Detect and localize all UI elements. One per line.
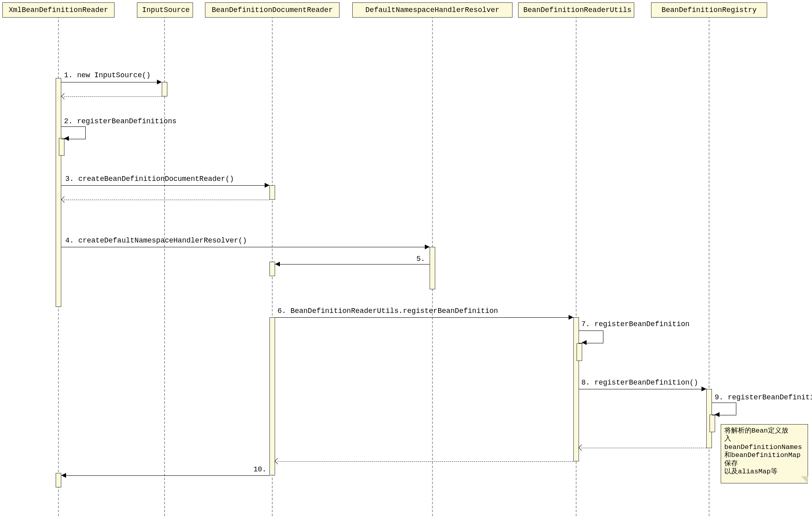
note-line: 将解析的Bean定义放 xyxy=(724,427,788,435)
activation-p5-self xyxy=(577,343,582,361)
message-3-return xyxy=(64,200,269,200)
message-4-label: 4. createDefaultNamespaceHandlerResolver… xyxy=(65,236,247,244)
participant-label: BeanDefinitionReaderUtils xyxy=(523,6,631,14)
message-8-return xyxy=(581,448,706,448)
note-box: 将解析的Bean定义放 入 beanDefinitionNames 和beanD… xyxy=(721,424,808,483)
participant-label: BeanDefinitionDocumentReader xyxy=(212,6,333,14)
message-10-arrowhead xyxy=(61,473,66,478)
message-5-label: 5. xyxy=(416,255,425,263)
message-1-label: 1. new InputSource() xyxy=(64,71,151,79)
activation-p2 xyxy=(162,82,167,96)
note-line: 保存 xyxy=(724,460,738,467)
note-line: beanDefinitionNames xyxy=(724,443,802,451)
message-5-arrow xyxy=(275,264,430,265)
message-7-label: 7. registerBeanDefinition xyxy=(581,320,689,328)
message-4-arrowhead xyxy=(425,244,430,249)
activation-p6-self xyxy=(709,415,715,432)
message-8-arrowhead xyxy=(701,387,706,391)
message-8-return-head xyxy=(579,445,585,451)
message-4-arrow xyxy=(61,247,430,247)
note-fold-icon xyxy=(801,476,808,483)
message-1-return xyxy=(64,96,162,97)
note-line: 和beanDefinitionMap xyxy=(724,451,800,459)
message-6-arrowhead xyxy=(569,315,573,320)
message-2-label: 2. registerBeanDefinitions xyxy=(64,117,177,125)
message-8-label: 8. registerBeanDefinition() xyxy=(581,379,698,387)
activation-p3-resolver-return xyxy=(269,262,275,276)
message-3-label: 3. createBeanDefinitionDocumentReader() xyxy=(65,175,234,183)
participant-xmlbeandefinitionreader: XmlBeanDefinitionReader xyxy=(2,2,115,18)
message-10-label: 10. xyxy=(253,465,266,473)
note-line: 入 xyxy=(724,435,731,443)
message-2-arrowhead xyxy=(64,136,69,141)
activation-p4 xyxy=(430,247,435,289)
activation-p1-main xyxy=(56,78,61,307)
message-8-arrow xyxy=(579,389,706,389)
message-9-label: 9. registerBeanDefinition xyxy=(715,393,812,401)
activation-p1-self xyxy=(59,138,64,156)
participant-defaultnamespacehandlerresolver: DefaultNamespaceHandlerResolver xyxy=(352,2,513,18)
message-5-arrowhead xyxy=(275,262,280,267)
message-1-return-head xyxy=(61,93,68,100)
activation-p1-end xyxy=(56,473,61,487)
message-1-arrowhead xyxy=(157,80,162,84)
message-3-arrow xyxy=(61,185,269,186)
message-7-arrowhead xyxy=(582,340,587,345)
message-10-arrow xyxy=(61,475,269,476)
participant-inputsource: InputSource xyxy=(137,2,193,18)
message-1-arrow xyxy=(61,82,161,82)
participant-beandefinitionreaderutils: BeanDefinitionReaderUtils xyxy=(518,2,634,18)
message-6-return xyxy=(277,461,573,462)
participant-beandefinitiondocumentreader: BeanDefinitionDocumentReader xyxy=(205,2,340,18)
activation-p3-small xyxy=(269,185,275,200)
participant-label: DefaultNamespaceHandlerResolver xyxy=(366,6,500,14)
participant-label: BeanDefinitionRegistry xyxy=(661,6,757,14)
participant-beandefinitionregistry: BeanDefinitionRegistry xyxy=(651,2,767,18)
activation-p3-long xyxy=(269,317,275,475)
message-3-return-head xyxy=(61,196,68,203)
message-3-arrowhead xyxy=(265,183,269,188)
message-6-arrow xyxy=(275,317,573,318)
message-6-label: 6. BeanDefinitionReaderUtils.registerBea… xyxy=(277,307,498,315)
participant-label: InputSource xyxy=(142,6,190,14)
note-line: 以及aliasMap等 xyxy=(724,468,778,475)
message-6-return-head xyxy=(275,458,281,465)
activation-p5 xyxy=(573,317,579,461)
message-9-arrowhead xyxy=(715,412,720,417)
participant-label: XmlBeanDefinitionReader xyxy=(9,6,108,14)
